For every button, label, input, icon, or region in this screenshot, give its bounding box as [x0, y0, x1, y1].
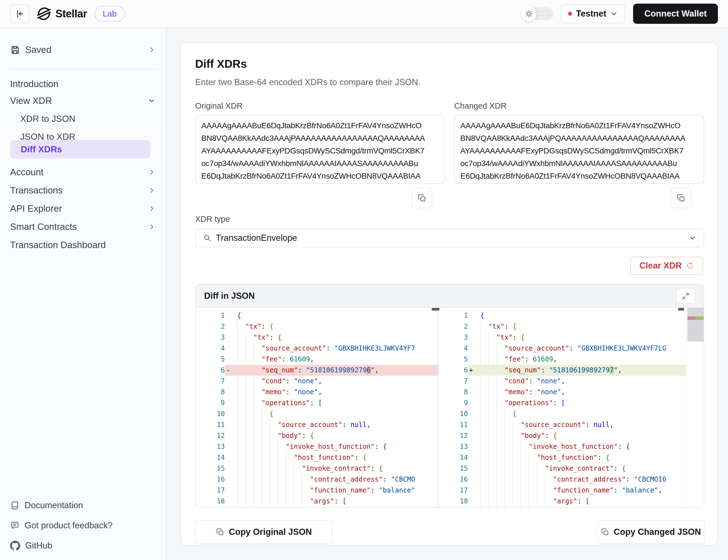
refresh-icon [686, 262, 694, 270]
sidebar-item-transaction-dashboard[interactable]: Transaction Dashboard [10, 237, 156, 253]
sidebar-item-api-explorer[interactable]: API Explorer [10, 200, 156, 217]
diff-line: 16"contract_address": "CBCMOI6 [439, 474, 686, 485]
expand-diff-button[interactable] [676, 288, 695, 304]
page-description: Enter two Base-64 encoded XDRs to compar… [195, 77, 421, 87]
xdr-type-label: XDR type [195, 214, 230, 224]
diff-removed-mark [687, 316, 696, 320]
sidebar-item-view-xdr[interactable]: View XDR [10, 92, 156, 109]
copy-original-xdr-button[interactable] [412, 188, 432, 208]
diff-line: 2"tx": { [439, 321, 686, 332]
theme-toggle-knob [521, 6, 536, 21]
diff-line: 13"invoke_host_function": { [196, 441, 438, 452]
diff-line: 9"operations": [ [196, 398, 438, 409]
connect-wallet-button[interactable]: Connect Wallet [633, 4, 718, 24]
diff-line: 17"function_name": "balance" [196, 485, 438, 496]
copy-changed-json-button[interactable]: Copy Changed JSON [596, 520, 705, 544]
sash-handle-right[interactable] [678, 308, 684, 311]
changed-xdr-label: Changed XDR [454, 101, 507, 111]
original-xdr-input[interactable] [195, 115, 445, 184]
sidebar-link-feedback[interactable]: Got product feedback? [10, 519, 156, 533]
sidebar-link-documentation[interactable]: Documentation [10, 498, 156, 512]
diff-line: 17"function_name": "balance", [439, 485, 686, 496]
diff-line: 19{ [439, 507, 686, 508]
diff-scrollbar-thumb[interactable] [687, 308, 704, 342]
diff-line: 5"fee": 61609, [439, 354, 686, 365]
copy-changed-xdr-button[interactable] [671, 188, 691, 208]
collapse-sidebar-button[interactable] [10, 4, 29, 23]
sidebar-link-github[interactable]: GitHub [10, 539, 156, 553]
diff-line: 3"tx": { [439, 332, 686, 343]
chevron-right-icon [148, 205, 156, 213]
footer-link-label: GitHub [25, 541, 52, 551]
diff-line: 1{ [196, 310, 438, 321]
saved-icon [10, 45, 20, 55]
sidebar-item-label: View XDR [10, 95, 148, 106]
sidebar-divider [10, 69, 156, 69]
diff-line: 8"memo": "none", [196, 387, 438, 398]
chevron-down-icon [689, 234, 696, 242]
diff-line: 15"invoke_contract": { [196, 463, 438, 474]
diff-line: 18"args": [ [196, 496, 438, 507]
diff-line: 12"body": { [196, 430, 438, 441]
sidebar-item-label: Account [10, 167, 148, 178]
sidebar-item-saved[interactable]: Saved [10, 41, 156, 58]
xdr-type-value: TransactionEnvelope [216, 233, 684, 243]
chevron-down-icon [148, 97, 156, 105]
diff-line: 3"tx": { [196, 332, 438, 343]
sidebar-item-account[interactable]: Account [10, 164, 156, 181]
changed-xdr-input[interactable] [454, 115, 704, 184]
diff-line: 6-"seq_num": "518106199892796", [196, 365, 438, 376]
sidebar-item-diff-xdrs-active[interactable]: Diff XDRs [10, 140, 150, 158]
sidebar-item-label: XDR to JSON [20, 114, 156, 124]
sidebar-item-xdr-to-json[interactable]: XDR to JSON [20, 110, 156, 127]
chevron-right-icon [148, 223, 156, 231]
copy-icon [216, 528, 224, 536]
diff-line: 6+"seq_num": "518106199892797", [439, 365, 686, 376]
diff-line: 4"source_account": "GBXBHIHKE3LJWKV4YF7L… [439, 343, 686, 354]
theme-toggle[interactable] [522, 7, 554, 20]
copy-original-json-label: Copy Original JSON [229, 527, 312, 537]
diff-pane-original: 1{2"tx": {3"tx": {4"source_account": "GB… [196, 308, 438, 508]
clear-xdr-label: Clear XDR [639, 261, 682, 271]
clear-xdr-button[interactable]: Clear XDR [630, 257, 703, 275]
diff-xdrs-panel: Diff XDRs Enter two Base-64 encoded XDRs… [181, 43, 718, 545]
sash-handle-left[interactable] [432, 308, 439, 311]
logo-text: Stellar [55, 8, 87, 20]
footer-link-label: Documentation [25, 500, 83, 510]
diff-line: 5"fee": 61609, [196, 354, 438, 365]
lab-badge: Lab [94, 6, 125, 22]
diff-line: 12"body": { [439, 430, 686, 441]
diff-line: 1{ [439, 310, 686, 321]
sidebar-item-transactions[interactable]: Transactions [10, 182, 156, 199]
book-icon [10, 501, 20, 510]
diff-added-mark [696, 316, 704, 320]
diff-line: 14"host_function": { [196, 452, 438, 463]
copy-changed-json-label: Copy Changed JSON [614, 527, 701, 537]
sun-icon [525, 10, 533, 18]
sidebar-item-smart-contracts[interactable]: Smart Contracts [10, 218, 156, 235]
diff-overview-ruler [686, 308, 704, 508]
speech-bubble-icon [10, 521, 20, 530]
sidebar: Saved Introduction View XDR XDR to JSON … [0, 28, 166, 560]
diff-line: 7"cond": "none", [196, 376, 438, 387]
diff-line: 2"tx": { [196, 321, 438, 332]
stellar-logo-icon [36, 6, 52, 21]
diff-json-section: Diff in JSON 1{2"tx": {3"tx": {4"source_… [195, 284, 704, 508]
diff-line: 16"contract_address": "CBCMO [196, 474, 438, 485]
xdr-type-select[interactable]: TransactionEnvelope [195, 229, 704, 247]
chevron-right-icon [148, 46, 156, 54]
sidebar-item-label: Diff XDRs [21, 144, 62, 155]
sidebar-item-introduction[interactable]: Introduction [10, 76, 156, 92]
diff-json-title: Diff in JSON [204, 291, 676, 301]
original-xdr-label: Original XDR [195, 101, 242, 111]
diff-line: 18"args": [ [439, 496, 686, 507]
diff-line: 13"invoke_host_function": { [439, 441, 686, 452]
sidebar-item-label: Introduction [10, 79, 156, 89]
network-selector[interactable]: Testnet [561, 4, 625, 23]
copy-original-json-button[interactable]: Copy Original JSON [195, 520, 333, 544]
diff-line: 4"source_account": "GBXBHIHKE3LJWKV4YF7 [196, 343, 438, 354]
sidebar-item-label: Saved [25, 45, 148, 55]
sidebar-item-label: API Explorer [10, 203, 148, 214]
page-title: Diff XDRs [195, 58, 703, 70]
stellar-logo[interactable]: Stellar [36, 6, 87, 21]
